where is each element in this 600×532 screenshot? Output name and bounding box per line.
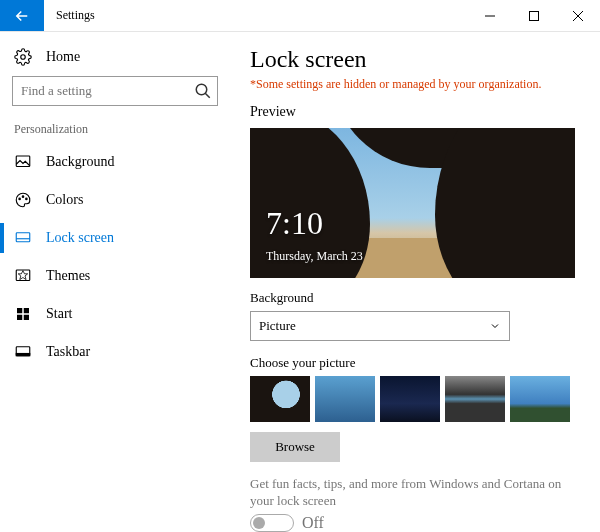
svg-point-9	[22, 196, 24, 198]
sidebar-item-taskbar[interactable]: Taskbar	[0, 333, 230, 371]
minimize-icon	[485, 11, 495, 21]
svg-rect-7	[16, 156, 30, 167]
org-managed-message: *Some settings are hidden or managed by …	[250, 77, 580, 92]
maximize-button[interactable]	[512, 0, 556, 31]
fun-facts-toggle[interactable]	[250, 514, 294, 532]
preview-label: Preview	[250, 104, 580, 120]
sidebar-home[interactable]: Home	[0, 42, 230, 76]
sidebar: Home Personalization Background Colors	[0, 32, 230, 532]
search-container	[12, 76, 218, 106]
minimize-button[interactable]	[468, 0, 512, 31]
themes-icon	[14, 267, 32, 285]
sidebar-group-header: Personalization	[0, 118, 230, 143]
sidebar-item-start[interactable]: Start	[0, 295, 230, 333]
start-icon	[14, 305, 32, 323]
sidebar-item-label: Lock screen	[46, 230, 114, 246]
body: Home Personalization Background Colors	[0, 32, 600, 532]
window-controls	[468, 0, 600, 31]
sidebar-item-colors[interactable]: Colors	[0, 181, 230, 219]
gear-icon	[14, 48, 32, 66]
sidebar-item-lock-screen[interactable]: Lock screen	[0, 219, 230, 257]
svg-rect-15	[24, 308, 29, 313]
close-icon	[573, 11, 583, 21]
picture-thumbnails	[250, 376, 580, 422]
sidebar-item-label: Colors	[46, 192, 83, 208]
picture-thumb[interactable]	[510, 376, 570, 422]
sidebar-home-label: Home	[46, 49, 80, 65]
search-icon	[194, 82, 212, 100]
choose-picture-label: Choose your picture	[250, 355, 580, 371]
chevron-down-icon	[489, 320, 501, 332]
titlebar: Settings	[0, 0, 600, 32]
background-select[interactable]: Picture	[250, 311, 510, 341]
background-value: Picture	[259, 318, 296, 334]
sidebar-nav: Background Colors Lock screen Themes Sta…	[0, 143, 230, 371]
svg-point-8	[19, 198, 21, 200]
svg-rect-14	[17, 308, 22, 313]
sidebar-item-label: Taskbar	[46, 344, 90, 360]
window-title: Settings	[44, 0, 107, 31]
sidebar-item-label: Start	[46, 306, 72, 322]
sidebar-item-label: Background	[46, 154, 114, 170]
svg-point-4	[21, 55, 26, 60]
svg-point-5	[196, 84, 207, 95]
svg-rect-1	[530, 11, 539, 20]
fun-facts-toggle-section: Get fun facts, tips, and more from Windo…	[250, 476, 580, 532]
svg-rect-16	[17, 315, 22, 320]
browse-button[interactable]: Browse	[250, 432, 340, 462]
taskbar-icon	[14, 343, 32, 361]
picture-thumb[interactable]	[250, 376, 310, 422]
palette-icon	[14, 191, 32, 209]
svg-rect-11	[16, 233, 30, 242]
back-button[interactable]	[0, 0, 44, 31]
arrow-left-icon	[13, 7, 31, 25]
page-title: Lock screen	[250, 46, 580, 73]
lock-screen-preview: 7:10 Thursday, March 23	[250, 128, 575, 278]
picture-thumb[interactable]	[380, 376, 440, 422]
svg-rect-17	[24, 315, 29, 320]
main-content[interactable]: Lock screen *Some settings are hidden or…	[230, 32, 600, 532]
preview-time: 7:10	[266, 205, 323, 242]
svg-point-10	[26, 198, 28, 200]
background-label: Background	[250, 290, 580, 306]
fun-facts-state: Off	[302, 514, 324, 532]
picture-thumb[interactable]	[445, 376, 505, 422]
svg-rect-19	[16, 354, 30, 356]
close-button[interactable]	[556, 0, 600, 31]
svg-line-6	[205, 93, 210, 98]
fun-facts-label: Get fun facts, tips, and more from Windo…	[250, 476, 580, 510]
sidebar-item-themes[interactable]: Themes	[0, 257, 230, 295]
sidebar-item-background[interactable]: Background	[0, 143, 230, 181]
picture-icon	[14, 153, 32, 171]
sidebar-item-label: Themes	[46, 268, 90, 284]
lock-screen-icon	[14, 229, 32, 247]
settings-window: Settings Home	[0, 0, 600, 532]
search-input[interactable]	[12, 76, 218, 106]
preview-date: Thursday, March 23	[266, 249, 363, 264]
maximize-icon	[529, 11, 539, 21]
picture-thumb[interactable]	[315, 376, 375, 422]
